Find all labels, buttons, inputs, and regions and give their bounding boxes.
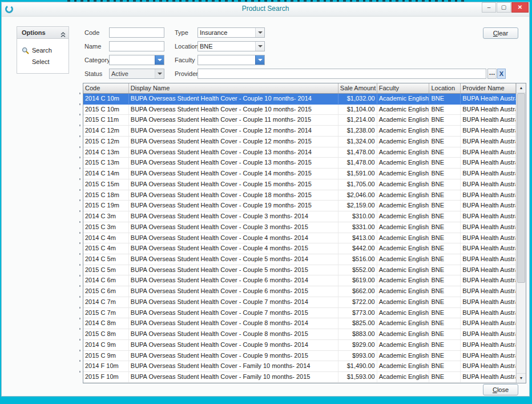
table-cell: BUPA Overseas Student Health Cover - Cou… xyxy=(129,254,338,265)
table-cell: 2014 C 8m xyxy=(83,318,129,329)
category-dropdown-button[interactable] xyxy=(155,55,164,65)
table-row[interactable]: 2014 C 13mBUPA Overseas Student Health C… xyxy=(83,147,516,158)
table-row[interactable]: 2015 C 15mBUPA Overseas Student Health C… xyxy=(83,179,516,190)
collapse-icon[interactable] xyxy=(61,30,66,41)
table-cell: BUPA Overseas Student Health Cover - Cou… xyxy=(129,286,338,297)
provider-clear-button[interactable]: X xyxy=(497,69,506,79)
table-cell: BUPA Overseas Student Health Cover - Cou… xyxy=(129,190,338,201)
window-controls: – ▢ ✕ xyxy=(481,2,529,13)
table-cell: BUPA Overseas Student Health Cover - Cou… xyxy=(129,201,338,211)
table-cell: BNE xyxy=(429,211,461,222)
location-value: BNE xyxy=(198,42,255,51)
table-cell: 2015 C 7m xyxy=(83,308,129,318)
table-row[interactable]: 2014 C 5mBUPA Overseas Student Health Co… xyxy=(83,254,516,265)
faculty-dropdown-button[interactable] xyxy=(255,55,264,65)
close-window-button[interactable]: ✕ xyxy=(511,2,529,13)
table-row[interactable]: 2015 C 19mBUPA Overseas Student Health C… xyxy=(83,201,516,211)
table-row[interactable]: 2015 C 11mBUPA Overseas Student Health C… xyxy=(83,115,516,126)
table-row[interactable]: 2015 C 13mBUPA Overseas Student Health C… xyxy=(83,158,516,169)
table-row[interactable]: 2014 C 10mBUPA Overseas Student Health C… xyxy=(83,94,516,105)
type-dropdown[interactable]: Insurance xyxy=(198,27,265,38)
chevron-down-icon xyxy=(258,59,263,61)
table-cell: BUPA Health Australia P xyxy=(461,179,516,190)
sidebar-item-select[interactable]: Select xyxy=(17,56,68,67)
table-cell: BUPA Overseas Student Health Cover - Cou… xyxy=(129,308,338,318)
table-cell: BNE xyxy=(429,179,461,190)
column-header[interactable]: Faculty xyxy=(377,83,430,93)
table-row[interactable]: 2014 C 7mBUPA Overseas Student Health Co… xyxy=(83,297,516,308)
scroll-up-button[interactable]: ▲ xyxy=(517,83,526,93)
status-dropdown[interactable]: Active xyxy=(109,69,164,79)
column-header[interactable]: Location xyxy=(429,83,461,93)
provider-input[interactable] xyxy=(198,69,486,79)
sidebar-item-search[interactable]: Search xyxy=(17,45,68,56)
table-cell: BUPA Overseas Student Health Cover - Cou… xyxy=(129,233,338,243)
type-dropdown-button[interactable] xyxy=(255,28,264,37)
table-row[interactable]: 2015 C 10mBUPA Overseas Student Health C… xyxy=(83,105,516,115)
table-cell: BUPA Health Australia P xyxy=(461,308,516,318)
table-cell: BNE xyxy=(429,275,461,286)
table-row[interactable]: 2014 C 6mBUPA Overseas Student Health Co… xyxy=(83,275,516,286)
scrollbar-thumb[interactable] xyxy=(517,93,525,283)
faculty-dropdown[interactable] xyxy=(198,55,265,65)
table-row[interactable]: 2015 C 18mBUPA Overseas Student Health C… xyxy=(83,190,516,201)
table-row[interactable]: 2014 C 3mBUPA Overseas Student Health Co… xyxy=(83,211,516,222)
table-row[interactable]: 2015 C 7mBUPA Overseas Student Health Co… xyxy=(83,308,516,319)
table-cell: BNE xyxy=(429,308,461,318)
name-input[interactable] xyxy=(109,41,164,51)
table-row[interactable]: 2014 C 12mBUPA Overseas Student Health C… xyxy=(83,126,516,137)
title-bar[interactable]: Product Search – ▢ ✕ xyxy=(2,2,529,17)
table-cell: Academic English xyxy=(377,126,430,136)
table-cell: BUPA Health Australia P xyxy=(461,137,516,147)
table-cell: 2015 C 10m xyxy=(83,105,129,115)
minimize-button[interactable]: – xyxy=(482,2,496,13)
table-cell: BUPA Health Australia P xyxy=(461,211,516,222)
column-header[interactable]: Sale Amount xyxy=(338,83,377,93)
table-cell: Academic English xyxy=(377,243,430,254)
table-row[interactable]: 2014 C 4mBUPA Overseas Student Health Co… xyxy=(83,233,516,244)
maximize-button[interactable]: ▢ xyxy=(497,2,511,13)
table-row[interactable]: 2015 F 10mBUPA Overseas Student Health C… xyxy=(83,372,516,383)
table-cell: 2015 C 11m xyxy=(83,115,129,125)
location-dropdown[interactable]: BNE xyxy=(198,41,265,51)
table-cell: BUPA Health Australia P xyxy=(461,275,516,286)
table-cell: BUPA Overseas Student Health Cover - Cou… xyxy=(129,318,338,329)
table-row[interactable]: 2014 C 9mBUPA Overseas Student Health Co… xyxy=(83,340,516,351)
column-header[interactable]: Code xyxy=(83,83,129,93)
table-cell: 2015 C 9m xyxy=(83,351,129,361)
table-row[interactable]: 2014 C 14mBUPA Overseas Student Health C… xyxy=(83,169,516,179)
table-row[interactable]: 2015 C 6mBUPA Overseas Student Health Co… xyxy=(83,286,516,297)
location-dropdown-button[interactable] xyxy=(255,42,264,51)
table-row[interactable]: 2015 C 4mBUPA Overseas Student Health Co… xyxy=(83,243,516,254)
table-row[interactable]: 2015 C 5mBUPA Overseas Student Health Co… xyxy=(83,265,516,276)
code-input[interactable] xyxy=(109,27,164,38)
table-cell: Academic English xyxy=(377,254,430,265)
vertical-scrollbar[interactable]: ▲ ▼ xyxy=(516,83,526,383)
table-cell: 2014 F 10m xyxy=(83,361,129,371)
chevron-down-icon xyxy=(158,59,162,61)
table-cell: $1,032.00 xyxy=(338,94,377,104)
table-row[interactable]: 2015 C 3mBUPA Overseas Student Health Co… xyxy=(83,222,516,233)
table-cell: $1,214.00 xyxy=(338,115,377,125)
table-row[interactable]: 2014 F 10mBUPA Overseas Student Health C… xyxy=(83,361,516,372)
scroll-down-button[interactable]: ▼ xyxy=(517,373,526,383)
table-row[interactable]: 2015 C 8mBUPA Overseas Student Health Co… xyxy=(83,329,516,340)
table-cell: Academic English xyxy=(377,201,430,211)
close-button[interactable]: Close xyxy=(483,384,518,395)
status-dropdown-button[interactable] xyxy=(155,69,164,78)
table-cell: BUPA Overseas Student Health Cover - Fam… xyxy=(129,361,338,371)
chevron-down-icon xyxy=(158,73,162,75)
table-cell: $1,324.00 xyxy=(338,137,377,147)
category-dropdown[interactable] xyxy=(109,55,164,65)
table-row[interactable]: 2015 C 9mBUPA Overseas Student Health Co… xyxy=(83,351,516,362)
options-panel-header[interactable]: Options xyxy=(17,27,68,39)
chevron-down-icon xyxy=(258,45,263,47)
table-cell: $1,104.00 xyxy=(338,105,377,115)
table-row[interactable]: 2014 C 8mBUPA Overseas Student Health Co… xyxy=(83,318,516,329)
clear-button[interactable]: Clear xyxy=(483,27,518,39)
column-header[interactable]: Display Name xyxy=(129,83,338,93)
provider-browse-button[interactable]: … xyxy=(487,69,497,79)
table-row[interactable]: 2015 C 12mBUPA Overseas Student Health C… xyxy=(83,137,516,147)
column-header[interactable]: Provider Name xyxy=(461,83,516,93)
table-cell: 2015 F 10m xyxy=(83,372,129,382)
